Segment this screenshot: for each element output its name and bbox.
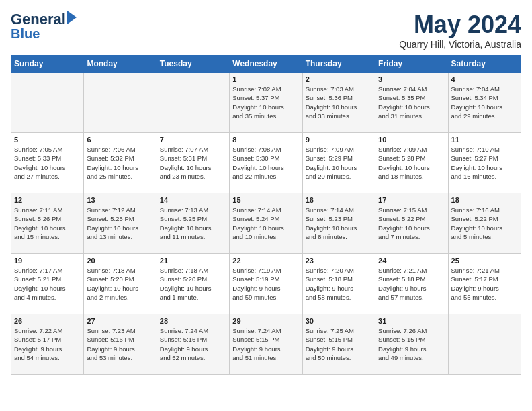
calendar-week-row: 5Sunrise: 7:05 AM Sunset: 5:33 PM Daylig…: [11, 133, 521, 193]
calendar-cell: 1Sunrise: 7:02 AM Sunset: 5:37 PM Daylig…: [230, 73, 302, 133]
day-number: 30: [306, 317, 372, 325]
calendar-cell: 26Sunrise: 7:22 AM Sunset: 5:17 PM Dayli…: [11, 314, 84, 375]
calendar-week-row: 12Sunrise: 7:11 AM Sunset: 5:26 PM Dayli…: [11, 193, 521, 254]
day-number: 18: [451, 196, 518, 204]
day-number: 25: [451, 257, 518, 265]
calendar-cell: 9Sunrise: 7:09 AM Sunset: 5:29 PM Daylig…: [302, 133, 375, 193]
weekday-header-saturday: Saturday: [448, 56, 521, 73]
day-number: 26: [14, 317, 81, 325]
calendar-cell: 31Sunrise: 7:26 AM Sunset: 5:15 PM Dayli…: [375, 314, 448, 375]
calendar-cell: 11Sunrise: 7:10 AM Sunset: 5:27 PM Dayli…: [448, 133, 521, 193]
day-number: 20: [87, 257, 153, 265]
calendar-cell: 12Sunrise: 7:11 AM Sunset: 5:26 PM Dayli…: [11, 193, 84, 254]
day-info: Sunrise: 7:14 AM Sunset: 5:23 PM Dayligh…: [306, 205, 372, 241]
calendar-cell: [157, 73, 229, 133]
day-info: Sunrise: 7:12 AM Sunset: 5:25 PM Dayligh…: [87, 205, 153, 241]
calendar-cell: [448, 314, 521, 375]
calendar-cell: 17Sunrise: 7:15 AM Sunset: 5:22 PM Dayli…: [375, 193, 448, 254]
page-header: General Blue May 2024 Quarry Hill, Victo…: [11, 11, 521, 50]
weekday-header-wednesday: Wednesday: [230, 56, 302, 73]
day-info: Sunrise: 7:19 AM Sunset: 5:19 PM Dayligh…: [232, 266, 299, 302]
day-info: Sunrise: 7:02 AM Sunset: 5:37 PM Dayligh…: [232, 85, 299, 120]
day-number: 4: [451, 75, 518, 83]
day-number: 22: [232, 257, 299, 265]
day-number: 29: [232, 317, 299, 325]
calendar-cell: 20Sunrise: 7:18 AM Sunset: 5:20 PM Dayli…: [84, 254, 157, 314]
day-number: 16: [306, 196, 372, 204]
calendar-cell: 28Sunrise: 7:24 AM Sunset: 5:16 PM Dayli…: [157, 314, 229, 375]
calendar-week-row: 19Sunrise: 7:17 AM Sunset: 5:21 PM Dayli…: [11, 254, 521, 314]
day-info: Sunrise: 7:09 AM Sunset: 5:28 PM Dayligh…: [378, 145, 445, 181]
day-info: Sunrise: 7:08 AM Sunset: 5:30 PM Dayligh…: [232, 145, 299, 181]
day-info: Sunrise: 7:06 AM Sunset: 5:32 PM Dayligh…: [87, 145, 153, 181]
calendar-cell: 4Sunrise: 7:04 AM Sunset: 5:34 PM Daylig…: [448, 73, 521, 133]
calendar-cell: 2Sunrise: 7:03 AM Sunset: 5:36 PM Daylig…: [302, 73, 375, 133]
calendar-week-row: 26Sunrise: 7:22 AM Sunset: 5:17 PM Dayli…: [11, 314, 521, 375]
day-info: Sunrise: 7:07 AM Sunset: 5:31 PM Dayligh…: [160, 145, 226, 181]
day-info: Sunrise: 7:03 AM Sunset: 5:36 PM Dayligh…: [306, 85, 372, 120]
calendar-cell: 14Sunrise: 7:13 AM Sunset: 5:25 PM Dayli…: [157, 193, 229, 254]
day-number: 17: [378, 196, 445, 204]
calendar-table: SundayMondayTuesdayWednesdayThursdayFrid…: [11, 55, 521, 375]
day-number: 14: [160, 196, 226, 204]
calendar-cell: 8Sunrise: 7:08 AM Sunset: 5:30 PM Daylig…: [230, 133, 302, 193]
day-info: Sunrise: 7:21 AM Sunset: 5:18 PM Dayligh…: [378, 266, 445, 302]
day-info: Sunrise: 7:05 AM Sunset: 5:33 PM Dayligh…: [14, 145, 81, 181]
day-number: 27: [87, 317, 153, 325]
calendar-cell: 25Sunrise: 7:21 AM Sunset: 5:17 PM Dayli…: [448, 254, 521, 314]
day-info: Sunrise: 7:22 AM Sunset: 5:17 PM Dayligh…: [14, 326, 81, 362]
day-info: Sunrise: 7:09 AM Sunset: 5:29 PM Dayligh…: [306, 145, 372, 181]
calendar-cell: 5Sunrise: 7:05 AM Sunset: 5:33 PM Daylig…: [11, 133, 84, 193]
weekday-header-sunday: Sunday: [11, 56, 84, 73]
day-info: Sunrise: 7:04 AM Sunset: 5:34 PM Dayligh…: [451, 85, 518, 120]
day-number: 13: [87, 196, 153, 204]
day-info: Sunrise: 7:04 AM Sunset: 5:35 PM Dayligh…: [378, 85, 445, 120]
calendar-cell: 27Sunrise: 7:23 AM Sunset: 5:16 PM Dayli…: [84, 314, 157, 375]
day-number: 7: [160, 136, 226, 144]
day-info: Sunrise: 7:10 AM Sunset: 5:27 PM Dayligh…: [451, 145, 518, 181]
logo-text: General: [11, 11, 77, 27]
day-number: 2: [306, 75, 372, 83]
day-info: Sunrise: 7:24 AM Sunset: 5:15 PM Dayligh…: [232, 326, 299, 362]
calendar-cell: 19Sunrise: 7:17 AM Sunset: 5:21 PM Dayli…: [11, 254, 84, 314]
day-info: Sunrise: 7:17 AM Sunset: 5:21 PM Dayligh…: [14, 266, 81, 302]
calendar-cell: [11, 73, 84, 133]
weekday-header-tuesday: Tuesday: [157, 56, 229, 73]
day-info: Sunrise: 7:16 AM Sunset: 5:22 PM Dayligh…: [451, 205, 518, 241]
day-number: 3: [378, 75, 445, 83]
location-subtitle: Quarry Hill, Victoria, Australia: [399, 39, 521, 50]
month-year-title: May 2024: [399, 11, 521, 39]
day-number: 28: [160, 317, 226, 325]
day-number: 19: [14, 257, 81, 265]
weekday-header-monday: Monday: [84, 56, 157, 73]
title-block: May 2024 Quarry Hill, Victoria, Australi…: [399, 11, 521, 50]
day-number: 24: [378, 257, 445, 265]
calendar-cell: 13Sunrise: 7:12 AM Sunset: 5:25 PM Dayli…: [84, 193, 157, 254]
calendar-cell: 6Sunrise: 7:06 AM Sunset: 5:32 PM Daylig…: [84, 133, 157, 193]
day-number: 1: [232, 75, 299, 83]
weekday-header-thursday: Thursday: [302, 56, 375, 73]
day-number: 6: [87, 136, 153, 144]
calendar-cell: 10Sunrise: 7:09 AM Sunset: 5:28 PM Dayli…: [375, 133, 448, 193]
weekday-header-friday: Friday: [375, 56, 448, 73]
day-number: 23: [306, 257, 372, 265]
day-info: Sunrise: 7:21 AM Sunset: 5:17 PM Dayligh…: [451, 266, 518, 302]
calendar-cell: 7Sunrise: 7:07 AM Sunset: 5:31 PM Daylig…: [157, 133, 229, 193]
day-info: Sunrise: 7:13 AM Sunset: 5:25 PM Dayligh…: [160, 205, 226, 241]
logo-arrow-icon: [67, 11, 77, 24]
day-number: 9: [306, 136, 372, 144]
day-info: Sunrise: 7:11 AM Sunset: 5:26 PM Dayligh…: [14, 205, 81, 241]
day-info: Sunrise: 7:18 AM Sunset: 5:20 PM Dayligh…: [160, 266, 226, 302]
weekday-header-row: SundayMondayTuesdayWednesdayThursdayFrid…: [11, 56, 521, 73]
day-number: 5: [14, 136, 81, 144]
day-number: 31: [378, 317, 445, 325]
day-info: Sunrise: 7:26 AM Sunset: 5:15 PM Dayligh…: [378, 326, 445, 362]
day-number: 15: [232, 196, 299, 204]
calendar-cell: 15Sunrise: 7:14 AM Sunset: 5:24 PM Dayli…: [230, 193, 302, 254]
logo: General Blue: [11, 11, 77, 40]
day-info: Sunrise: 7:14 AM Sunset: 5:24 PM Dayligh…: [232, 205, 299, 241]
day-info: Sunrise: 7:18 AM Sunset: 5:20 PM Dayligh…: [87, 266, 153, 302]
day-info: Sunrise: 7:15 AM Sunset: 5:22 PM Dayligh…: [378, 205, 445, 241]
day-number: 21: [160, 257, 226, 265]
day-info: Sunrise: 7:24 AM Sunset: 5:16 PM Dayligh…: [160, 326, 226, 362]
